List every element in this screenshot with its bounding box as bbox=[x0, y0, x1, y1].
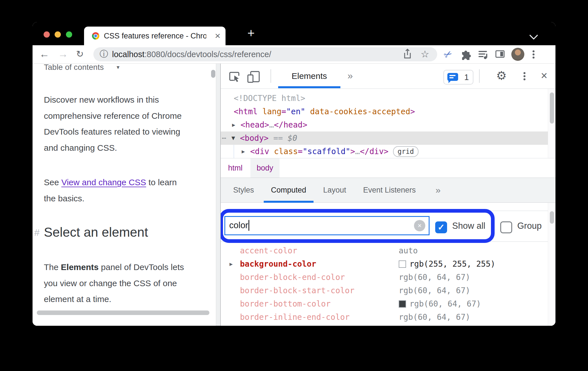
heading-anchor-hash[interactable]: # bbox=[34, 227, 40, 238]
devtools-close-icon[interactable]: × bbox=[536, 64, 553, 89]
devtools-menu-icon[interactable] bbox=[523, 71, 525, 82]
devtools-divider[interactable] bbox=[216, 64, 220, 326]
dom-token: <body> bbox=[240, 131, 269, 145]
show-all-label[interactable]: Show all bbox=[452, 211, 485, 241]
computed-property-row[interactable]: border-block-end-colorrgb(60, 64, 67) bbox=[221, 271, 555, 284]
bookmark-star-icon[interactable]: ☆ bbox=[421, 47, 429, 61]
arrow-spacer bbox=[229, 297, 240, 310]
dom-scrollbar-track[interactable] bbox=[548, 89, 555, 158]
issues-counter[interactable]: 1 bbox=[443, 70, 473, 85]
devtools-toolbar: Elements » 1 ⚙ × bbox=[221, 64, 555, 89]
expand-arrow-icon[interactable]: ▶ bbox=[229, 257, 240, 271]
page-horizontal-scrollbar[interactable] bbox=[37, 310, 209, 315]
property-name: border-bottom-color bbox=[240, 297, 399, 310]
inspect-element-icon[interactable] bbox=[228, 70, 241, 83]
sidebar-scrollbar-track[interactable] bbox=[548, 203, 555, 326]
table-of-contents[interactable]: Table of contents▼ bbox=[44, 64, 121, 74]
device-toolbar-icon[interactable] bbox=[247, 70, 261, 83]
zoom-window-button[interactable] bbox=[66, 31, 72, 38]
computed-property-row[interactable]: border-bottom-colorrgb(60, 64, 67) bbox=[221, 297, 555, 310]
dom-rows: <!DOCTYPE html><html lang="en" data-cook… bbox=[221, 92, 548, 158]
page-scrollbar-track[interactable] bbox=[211, 64, 216, 326]
clear-filter-icon[interactable]: × bbox=[414, 220, 425, 231]
filter-input[interactable]: color × bbox=[224, 216, 430, 235]
sidebar-scrollbar-thumb[interactable] bbox=[550, 211, 554, 224]
url-text[interactable]: localhost:8080/docs/devtools/css/referen… bbox=[112, 47, 271, 61]
color-swatch[interactable] bbox=[399, 300, 406, 308]
property-name: background-color bbox=[240, 257, 399, 271]
browser-menu-icon[interactable] bbox=[532, 49, 535, 60]
text-cursor bbox=[248, 220, 249, 231]
body-pre-text: The bbox=[44, 262, 61, 272]
view-and-change-css-link[interactable]: View and change CSS bbox=[61, 178, 146, 187]
back-button[interactable]: ← bbox=[39, 45, 50, 63]
sidebar-tabs-more-icon[interactable]: » bbox=[435, 178, 441, 202]
property-name: border-block-start-color bbox=[240, 284, 399, 297]
dom-token: > bbox=[410, 105, 415, 118]
page-heading: Select an element bbox=[44, 224, 148, 241]
group-checkbox[interactable] bbox=[500, 221, 512, 233]
side-panel-icon[interactable] bbox=[495, 50, 505, 58]
media-controls-icon[interactable] bbox=[476, 47, 490, 62]
dom-tree-row[interactable]: <!DOCTYPE html> bbox=[221, 92, 548, 105]
dom-token: … bbox=[355, 145, 360, 158]
scissors-extension-icon[interactable]: ✂ bbox=[438, 44, 458, 64]
minimize-window-button[interactable] bbox=[55, 31, 61, 38]
share-icon[interactable] bbox=[403, 47, 412, 61]
close-window-button[interactable] bbox=[44, 31, 50, 38]
property-value: rgb(60, 64, 67) bbox=[399, 297, 481, 310]
toolbar-separator bbox=[479, 69, 480, 83]
reload-button[interactable]: ↻ bbox=[76, 45, 84, 63]
dom-tree-row[interactable]: <html lang="en" data-cookies-accepted> bbox=[221, 105, 548, 118]
dom-token: = bbox=[298, 145, 303, 158]
toc-label: Table of contents bbox=[44, 64, 104, 72]
forward-button[interactable]: → bbox=[58, 45, 68, 63]
expand-arrow-icon[interactable]: ▶ bbox=[232, 118, 241, 131]
property-value: rgb(60, 64, 67) bbox=[399, 324, 470, 326]
property-name: border-inline-end-color bbox=[240, 310, 399, 324]
site-info-icon[interactable]: ⓘ bbox=[100, 47, 108, 61]
dom-scrollbar-thumb[interactable] bbox=[550, 92, 554, 124]
chevron-down-icon[interactable] bbox=[529, 31, 538, 40]
group-label[interactable]: Group bbox=[517, 211, 542, 241]
expand-arrow-icon[interactable]: ▶ bbox=[242, 145, 250, 158]
more-panels-icon[interactable]: » bbox=[347, 64, 353, 89]
computed-property-row[interactable]: accent-colorauto bbox=[221, 244, 555, 257]
collapse-arrow-icon[interactable]: ▼ bbox=[231, 131, 240, 145]
tab-elements[interactable]: Elements bbox=[289, 64, 329, 88]
devtools-panel: Elements » 1 ⚙ × <!DOCTY bbox=[220, 64, 555, 326]
browser-tab[interactable]: CSS features reference - Chrome × bbox=[84, 27, 226, 45]
intro-paragraph: Discover new workflows in this comprehen… bbox=[44, 92, 202, 156]
computed-property-row[interactable]: border-inline-start-colorrgb(60, 64, 67) bbox=[221, 324, 555, 326]
new-tab-button[interactable]: + bbox=[243, 24, 259, 43]
breadcrumb-html[interactable]: html bbox=[228, 158, 243, 178]
computed-property-row[interactable]: border-inline-end-colorrgb(60, 64, 67) bbox=[221, 310, 555, 324]
dom-token: data-cookies-accepted bbox=[305, 105, 410, 118]
grid-badge[interactable]: grid bbox=[393, 146, 419, 157]
breadcrumb-body[interactable]: body bbox=[250, 158, 280, 178]
dom-tree-row[interactable]: ▶<div class="scaffold">…</div>grid bbox=[221, 145, 548, 158]
node-options-dots-icon[interactable]: ⋯ bbox=[222, 131, 231, 145]
dom-tree-row[interactable]: ⋯▼<body> == $0 bbox=[221, 131, 548, 145]
sidebar-tab-styles[interactable]: Styles bbox=[225, 178, 263, 202]
computed-property-row[interactable]: border-block-start-colorrgb(60, 64, 67) bbox=[221, 284, 555, 297]
toc-caret-icon: ▼ bbox=[116, 65, 121, 70]
color-swatch[interactable] bbox=[399, 260, 406, 268]
address-bar[interactable]: ⓘ localhost:8080/docs/devtools/css/refer… bbox=[93, 47, 437, 61]
sidebar-tab-layout[interactable]: Layout bbox=[315, 178, 355, 202]
dom-tree-row[interactable]: ▶<head>…</head> bbox=[221, 118, 548, 131]
devtools-settings-gear-icon[interactable]: ⚙ bbox=[496, 64, 507, 89]
show-all-checkbox[interactable]: ✓ bbox=[435, 221, 447, 233]
window-titlebar: CSS features reference - Chrome × + bbox=[33, 22, 555, 45]
profile-avatar[interactable] bbox=[511, 48, 524, 61]
dom-token: "scaffold" bbox=[302, 145, 350, 158]
arrow-spacer bbox=[229, 324, 240, 326]
extensions-puzzle-icon[interactable] bbox=[458, 47, 473, 62]
tab-close-icon[interactable]: × bbox=[215, 27, 220, 45]
sidebar-tab-event-listeners[interactable]: Event Listeners bbox=[355, 178, 424, 202]
page-scrollbar-thumb[interactable] bbox=[211, 70, 215, 78]
dom-token: lang bbox=[257, 105, 281, 118]
computed-property-row[interactable]: ▶background-colorrgb(255, 255, 255) bbox=[221, 257, 555, 271]
sidebar-tab-computed[interactable]: Computed bbox=[263, 178, 315, 202]
issues-count: 1 bbox=[464, 70, 469, 84]
